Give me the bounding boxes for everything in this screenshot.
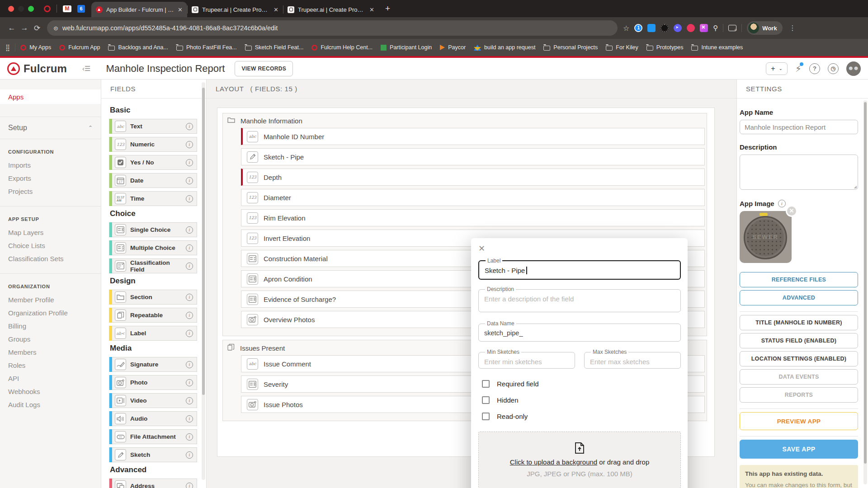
info-icon[interactable]: i bbox=[186, 415, 193, 422]
location-settings-enabled-button[interactable]: LOCATION SETTINGS (ENABLED) bbox=[740, 351, 858, 366]
pink-extension-icon[interactable] bbox=[700, 24, 708, 32]
view-records-button[interactable]: VIEW RECORDS bbox=[235, 61, 293, 76]
browser-tab[interactable]: App Builder - Fulcrum | Produ ✕ bbox=[91, 2, 187, 17]
sidebar-item-map-layers[interactable]: Map Layers bbox=[8, 226, 93, 239]
field-type-abc[interactable]: abc Text i bbox=[109, 119, 197, 134]
activity-lightning-icon[interactable]: ⚡︎ bbox=[795, 63, 802, 74]
bookmark-item[interactable]: Intune examples bbox=[687, 44, 747, 51]
remove-image-button[interactable]: ✕ bbox=[786, 205, 797, 217]
history-clock-icon[interactable]: ◷ bbox=[828, 63, 839, 74]
blue-extension-icon[interactable] bbox=[647, 24, 656, 32]
browser-tab[interactable]: Trupeer.ai | Create Product Vi ✕ bbox=[283, 2, 379, 17]
info-icon[interactable]: i bbox=[186, 483, 193, 488]
sidebar-item-api[interactable]: API bbox=[8, 372, 93, 385]
sidebar-item-imports[interactable]: Imports bbox=[8, 159, 93, 172]
fulcrum-wordmark[interactable]: Fulcrum bbox=[24, 62, 67, 75]
info-icon[interactable]: i bbox=[186, 433, 193, 441]
bookmark-item[interactable]: Fulcrum Help Cent... bbox=[307, 44, 377, 51]
status-field-enabled-button[interactable]: STATUS FIELD (ENABLED) bbox=[740, 333, 858, 348]
window-controls[interactable] bbox=[0, 6, 34, 12]
checkbox-row[interactable]: Hidden bbox=[482, 396, 681, 404]
sidebar-item-choice-lists[interactable]: Choice Lists bbox=[8, 239, 93, 252]
collapse-sidebar-icon[interactable]: ‹☰ bbox=[82, 65, 90, 73]
checkbox-row[interactable]: Required field bbox=[482, 380, 681, 388]
checkbox[interactable] bbox=[482, 380, 490, 388]
members-avatar-icon[interactable] bbox=[846, 61, 861, 76]
side-panel-search-icon[interactable] bbox=[728, 25, 736, 31]
minimize-window-button[interactable] bbox=[18, 6, 24, 12]
info-icon[interactable]: i bbox=[186, 195, 193, 202]
info-icon[interactable]: i bbox=[186, 123, 193, 130]
field-type-classification[interactable]: Classification Field i bbox=[109, 258, 197, 273]
checkbox[interactable] bbox=[482, 396, 490, 404]
sidebar-item-apps[interactable]: Apps bbox=[0, 89, 101, 104]
info-icon[interactable]: i bbox=[186, 294, 193, 301]
field-type-yesno[interactable]: Yes / No i bbox=[109, 155, 197, 170]
info-icon[interactable]: i bbox=[186, 226, 193, 234]
info-icon[interactable]: i bbox=[186, 177, 193, 184]
description-field[interactable]: Description Enter a description of the f… bbox=[478, 286, 681, 312]
browser-tab[interactable]: Trupeer.ai | Create Product Vi ✕ bbox=[187, 2, 283, 17]
info-icon[interactable]: i bbox=[186, 263, 193, 270]
extensions-puzzle-icon[interactable]: ⚲ bbox=[713, 24, 718, 32]
bookmark-item[interactable]: Participant Login bbox=[377, 44, 436, 51]
bookmark-item[interactable]: build an app request bbox=[470, 44, 539, 51]
field-type-address[interactable]: Address i bbox=[109, 479, 197, 488]
field-type-date[interactable]: 17 Date i bbox=[109, 173, 197, 188]
data-name-field[interactable]: Data Name sketch_pipe_ bbox=[478, 320, 681, 342]
scrollbar-thumb[interactable] bbox=[202, 88, 205, 395]
settings-scrollbar[interactable] bbox=[863, 100, 867, 484]
app-name-input[interactable] bbox=[740, 120, 858, 134]
field-type-time[interactable]: 11:17AM Time i bbox=[109, 191, 197, 206]
sidebar-item-classification-sets[interactable]: Classification Sets bbox=[8, 252, 93, 265]
bookmark-item[interactable]: Photo FastFill Fea... bbox=[172, 44, 241, 51]
field-type-single-choice[interactable]: Single Choice i bbox=[109, 222, 197, 237]
label-field-value[interactable]: Sketch - Pipe bbox=[485, 265, 675, 274]
bookmark-item[interactable]: Sketch Field Feat... bbox=[241, 44, 308, 51]
field-type-multiple-choice[interactable]: Multiple Choice i bbox=[109, 240, 197, 255]
close-icon[interactable]: ✕ bbox=[478, 244, 487, 253]
field-type-numeric[interactable]: 123 Numeric i bbox=[109, 137, 197, 152]
info-icon[interactable]: i bbox=[186, 451, 193, 459]
apps-grid-icon[interactable]: ⣿ bbox=[5, 44, 10, 51]
info-icon[interactable]: i bbox=[186, 244, 193, 252]
data-events-button[interactable]: DATA EVENTS bbox=[740, 369, 858, 385]
max-sketches-field[interactable]: Max Sketches Enter max sketches bbox=[584, 349, 681, 369]
bookmark-item[interactable]: For Kiley bbox=[602, 44, 642, 51]
bookmark-item[interactable]: Prototypes bbox=[642, 44, 688, 51]
close-tab-icon[interactable]: ✕ bbox=[274, 6, 278, 13]
layout-field-row[interactable]: 123 Diameter bbox=[241, 189, 705, 206]
field-type-repeatable[interactable]: Repeatable i bbox=[109, 308, 197, 323]
sidebar-item-webhooks[interactable]: Webhooks bbox=[8, 385, 93, 398]
forward-button[interactable]: → bbox=[18, 23, 31, 33]
reload-button[interactable]: ⟳ bbox=[31, 23, 43, 33]
checkbox-row[interactable]: Read-only bbox=[482, 413, 681, 420]
fields-scrollbar[interactable] bbox=[202, 82, 205, 480]
sidebar-item-member-profile[interactable]: Member Profile bbox=[8, 293, 93, 306]
browser-profile-chip[interactable]: Work bbox=[747, 21, 782, 35]
info-icon[interactable]: i bbox=[186, 312, 193, 319]
sidebar-item-projects[interactable]: Projects bbox=[8, 185, 93, 198]
address-bar[interactable]: ⊜ web.fulcrumapp.com/apps/d552485a-4196-… bbox=[47, 20, 618, 36]
red-extension-icon[interactable] bbox=[687, 24, 695, 32]
layout-field-row[interactable]: Sketch - Pipe bbox=[241, 148, 705, 165]
sidebar-item-audit-logs[interactable]: Audit Logs bbox=[8, 398, 93, 411]
zoom-window-button[interactable] bbox=[28, 6, 34, 12]
bookmark-star-icon[interactable]: ☆ bbox=[623, 24, 629, 33]
bookmark-item[interactable]: Backlogs and Ana... bbox=[104, 44, 172, 51]
sidebar-item-organization-profile[interactable]: Organization Profile bbox=[8, 306, 93, 319]
label-field[interactable]: Label Sketch - Pipe bbox=[478, 258, 681, 280]
sidebar-item-setup[interactable]: Setup ⌃ bbox=[0, 117, 101, 139]
description-textarea[interactable] bbox=[740, 155, 858, 190]
title-manhole-id-number-button[interactable]: TITLE (MANHOLE ID NUMBER) bbox=[740, 315, 858, 330]
field-type-section[interactable]: Section i bbox=[109, 290, 197, 305]
info-icon[interactable]: i bbox=[186, 159, 193, 166]
upload-link[interactable]: Click to upload a background bbox=[510, 458, 597, 466]
info-icon[interactable]: i bbox=[186, 361, 193, 368]
background-upload-dropzone[interactable]: Click to upload a background or drag and… bbox=[478, 432, 681, 488]
field-type-label[interactable]: ab< Label i bbox=[109, 326, 197, 341]
field-type-photo[interactable]: Photo i bbox=[109, 375, 197, 390]
checkbox[interactable] bbox=[482, 413, 490, 420]
layout-field-row[interactable]: 123 Depth bbox=[241, 169, 705, 186]
site-settings-icon[interactable]: ⊜ bbox=[53, 25, 58, 32]
